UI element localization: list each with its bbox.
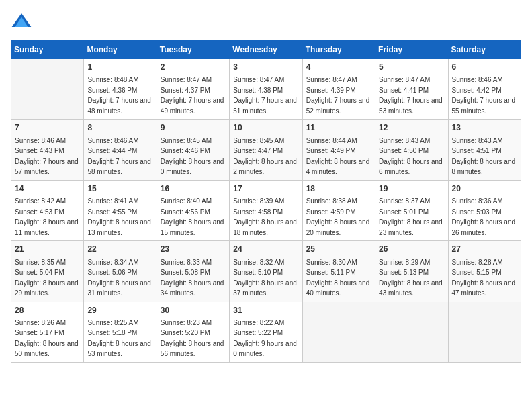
week-row-2: 7Sunrise: 8:46 AMSunset: 4:43 PMDaylight…: [11, 120, 521, 180]
day-cell: 24Sunrise: 8:32 AMSunset: 5:10 PMDayligh…: [230, 241, 302, 302]
day-number: 30: [161, 305, 226, 316]
day-info: Sunrise: 8:36 AMSunset: 5:03 PMDaylight:…: [452, 197, 516, 236]
day-info: Sunrise: 8:47 AMSunset: 4:39 PMDaylight:…: [306, 76, 370, 115]
day-cell: [448, 302, 521, 362]
day-cell: 30Sunrise: 8:23 AMSunset: 5:20 PMDayligh…: [157, 302, 229, 362]
day-cell: 11Sunrise: 8:44 AMSunset: 4:49 PMDayligh…: [302, 120, 375, 180]
day-info: Sunrise: 8:39 AMSunset: 4:58 PMDaylight:…: [233, 197, 297, 236]
day-number: 23: [161, 244, 226, 255]
day-number: 20: [452, 183, 517, 195]
day-number: 24: [233, 244, 298, 255]
week-row-3: 14Sunrise: 8:42 AMSunset: 4:53 PMDayligh…: [11, 180, 521, 240]
day-info: Sunrise: 8:26 AMSunset: 5:17 PMDaylight:…: [15, 319, 79, 358]
day-cell: 14Sunrise: 8:42 AMSunset: 4:53 PMDayligh…: [11, 180, 84, 240]
calendar-header: SundayMondayTuesdayWednesdayThursdayFrid…: [11, 41, 521, 59]
day-cell: 20Sunrise: 8:36 AMSunset: 5:03 PMDayligh…: [448, 180, 521, 240]
day-info: Sunrise: 8:25 AMSunset: 5:18 PMDaylight:…: [87, 319, 151, 358]
day-info: Sunrise: 8:30 AMSunset: 5:11 PMDaylight:…: [306, 259, 370, 298]
day-cell: 4Sunrise: 8:47 AMSunset: 4:39 PMDaylight…: [302, 59, 375, 120]
day-number: 8: [87, 122, 152, 134]
calendar-table: SundayMondayTuesdayWednesdayThursdayFrid…: [11, 40, 521, 363]
day-info: Sunrise: 8:43 AMSunset: 4:51 PMDaylight:…: [452, 137, 516, 176]
day-cell: 5Sunrise: 8:47 AMSunset: 4:41 PMDaylight…: [375, 59, 448, 120]
day-number: 29: [87, 305, 152, 316]
header-day-tuesday: Tuesday: [157, 41, 229, 59]
day-cell: 25Sunrise: 8:30 AMSunset: 5:11 PMDayligh…: [302, 241, 375, 302]
header-day-saturday: Saturday: [448, 41, 521, 59]
logo: [11, 11, 35, 32]
day-info: Sunrise: 8:40 AMSunset: 4:56 PMDaylight:…: [161, 197, 224, 236]
header-day-wednesday: Wednesday: [230, 41, 302, 59]
day-info: Sunrise: 8:41 AMSunset: 4:55 PMDaylight:…: [87, 197, 151, 236]
day-number: 18: [306, 183, 371, 195]
day-cell: 10Sunrise: 8:45 AMSunset: 4:47 PMDayligh…: [230, 120, 302, 180]
day-info: Sunrise: 8:46 AMSunset: 4:43 PMDaylight:…: [15, 137, 79, 176]
day-number: 15: [87, 183, 152, 195]
day-number: 1: [87, 62, 152, 73]
day-cell: [302, 302, 375, 362]
day-cell: 15Sunrise: 8:41 AMSunset: 4:55 PMDayligh…: [84, 180, 157, 240]
day-number: 7: [15, 122, 80, 134]
day-info: Sunrise: 8:35 AMSunset: 5:04 PMDaylight:…: [15, 259, 79, 298]
day-number: 16: [161, 183, 226, 195]
day-info: Sunrise: 8:44 AMSunset: 4:49 PMDaylight:…: [306, 137, 370, 176]
week-row-5: 28Sunrise: 8:26 AMSunset: 5:17 PMDayligh…: [11, 302, 521, 362]
day-number: 6: [452, 62, 517, 73]
day-number: 5: [379, 62, 444, 73]
day-cell: [11, 59, 84, 120]
day-info: Sunrise: 8:46 AMSunset: 4:44 PMDaylight:…: [87, 137, 151, 176]
day-cell: 26Sunrise: 8:29 AMSunset: 5:13 PMDayligh…: [375, 241, 448, 302]
day-cell: 2Sunrise: 8:47 AMSunset: 4:37 PMDaylight…: [157, 59, 229, 120]
day-cell: 16Sunrise: 8:40 AMSunset: 4:56 PMDayligh…: [157, 180, 229, 240]
day-info: Sunrise: 8:48 AMSunset: 4:36 PMDaylight:…: [87, 76, 151, 115]
day-number: 19: [379, 183, 444, 195]
day-cell: [375, 302, 448, 362]
logo-icon: [11, 11, 32, 32]
day-info: Sunrise: 8:47 AMSunset: 4:37 PMDaylight:…: [161, 76, 224, 115]
day-cell: 28Sunrise: 8:26 AMSunset: 5:17 PMDayligh…: [11, 302, 84, 362]
day-cell: 12Sunrise: 8:43 AMSunset: 4:50 PMDayligh…: [375, 120, 448, 180]
day-number: 9: [161, 122, 226, 134]
day-cell: 9Sunrise: 8:45 AMSunset: 4:46 PMDaylight…: [157, 120, 229, 180]
day-cell: 23Sunrise: 8:33 AMSunset: 5:08 PMDayligh…: [157, 241, 229, 302]
header-day-sunday: Sunday: [11, 41, 84, 59]
day-number: 28: [15, 305, 80, 316]
day-cell: 29Sunrise: 8:25 AMSunset: 5:18 PMDayligh…: [84, 302, 157, 362]
week-row-1: 1Sunrise: 8:48 AMSunset: 4:36 PMDaylight…: [11, 59, 521, 120]
day-cell: 19Sunrise: 8:37 AMSunset: 5:01 PMDayligh…: [375, 180, 448, 240]
day-cell: 3Sunrise: 8:47 AMSunset: 4:38 PMDaylight…: [230, 59, 302, 120]
day-cell: 31Sunrise: 8:22 AMSunset: 5:22 PMDayligh…: [230, 302, 302, 362]
day-info: Sunrise: 8:37 AMSunset: 5:01 PMDaylight:…: [379, 197, 443, 236]
day-number: 27: [452, 244, 517, 255]
day-info: Sunrise: 8:22 AMSunset: 5:22 PMDaylight:…: [233, 319, 297, 358]
day-info: Sunrise: 8:43 AMSunset: 4:50 PMDaylight:…: [379, 137, 443, 176]
day-info: Sunrise: 8:38 AMSunset: 4:59 PMDaylight:…: [306, 197, 370, 236]
day-number: 22: [87, 244, 152, 255]
day-info: Sunrise: 8:23 AMSunset: 5:20 PMDaylight:…: [161, 319, 224, 358]
day-number: 21: [15, 244, 80, 255]
day-number: 11: [306, 122, 371, 134]
day-info: Sunrise: 8:32 AMSunset: 5:10 PMDaylight:…: [233, 259, 297, 298]
day-cell: 6Sunrise: 8:46 AMSunset: 4:42 PMDaylight…: [448, 59, 521, 120]
day-number: 12: [379, 122, 444, 134]
page-header: [11, 11, 521, 32]
day-cell: 1Sunrise: 8:48 AMSunset: 4:36 PMDaylight…: [84, 59, 157, 120]
day-number: 17: [233, 183, 298, 195]
header-day-monday: Monday: [84, 41, 157, 59]
day-info: Sunrise: 8:47 AMSunset: 4:41 PMDaylight:…: [379, 76, 443, 115]
calendar-body: 1Sunrise: 8:48 AMSunset: 4:36 PMDaylight…: [11, 59, 521, 363]
day-cell: 18Sunrise: 8:38 AMSunset: 4:59 PMDayligh…: [302, 180, 375, 240]
day-info: Sunrise: 8:42 AMSunset: 4:53 PMDaylight:…: [15, 197, 79, 236]
day-info: Sunrise: 8:46 AMSunset: 4:42 PMDaylight:…: [452, 76, 516, 115]
day-cell: 22Sunrise: 8:34 AMSunset: 5:06 PMDayligh…: [84, 241, 157, 302]
header-day-thursday: Thursday: [302, 41, 375, 59]
day-info: Sunrise: 8:28 AMSunset: 5:15 PMDaylight:…: [452, 259, 516, 298]
day-number: 10: [233, 122, 298, 134]
header-row: SundayMondayTuesdayWednesdayThursdayFrid…: [11, 41, 521, 59]
day-info: Sunrise: 8:45 AMSunset: 4:47 PMDaylight:…: [233, 137, 297, 176]
header-day-friday: Friday: [375, 41, 448, 59]
day-info: Sunrise: 8:29 AMSunset: 5:13 PMDaylight:…: [379, 259, 443, 298]
day-cell: 13Sunrise: 8:43 AMSunset: 4:51 PMDayligh…: [448, 120, 521, 180]
day-info: Sunrise: 8:47 AMSunset: 4:38 PMDaylight:…: [233, 76, 297, 115]
day-number: 25: [306, 244, 371, 255]
